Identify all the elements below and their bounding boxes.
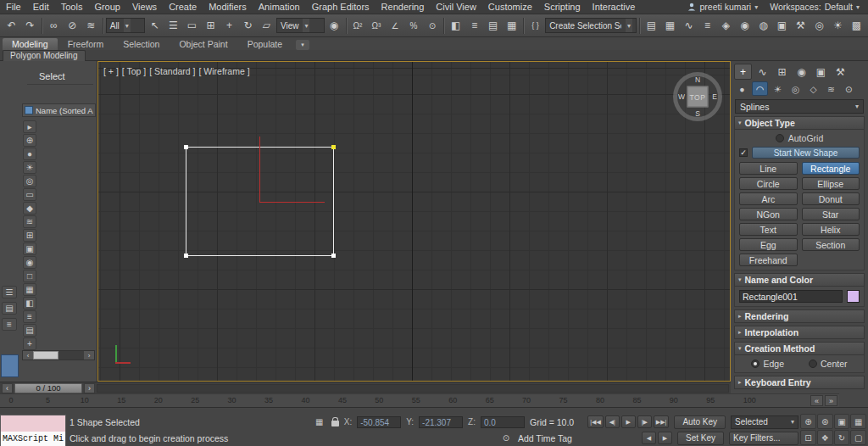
set-key-button[interactable]: Set Key [677,432,724,445]
ribbon-tab[interactable]: Modeling [3,38,58,50]
ribbon-tab[interactable]: Selection [114,38,169,50]
shape-type-button[interactable]: Rectangle [802,162,860,175]
rectangular-selection-region[interactable]: ▭ [183,17,201,35]
bind-to-space-warp[interactable]: ≋ [82,17,100,35]
auto-key-button[interactable]: Auto Key [674,415,726,429]
rollout-header[interactable]: ▾ Creation Method [734,342,865,355]
mirror[interactable]: ◧ [447,17,465,35]
viewport-menu-renderer[interactable]: [ Standard ] [149,66,195,76]
viewcube-top-face[interactable]: TOP [687,86,709,108]
menu-item[interactable]: Graph Editors [306,0,376,14]
workspaces-dropdown[interactable]: Workspaces: Default ▾ [765,0,865,14]
orbit[interactable]: ↻ [834,430,850,445]
y-coordinate-field[interactable]: -21.307 [419,416,463,428]
z-coordinate-field[interactable]: 0.0 [481,416,525,428]
filter-helpers[interactable]: ◆ [23,202,36,215]
menu-item[interactable]: Views [126,0,163,14]
filter-space-warps[interactable]: ≋ [23,215,36,228]
snap-toggle-3d[interactable]: Ω³ [367,17,385,35]
shape-type-button[interactable]: Ellipse [802,177,860,190]
zoom-extents[interactable]: ▣ [834,414,850,429]
menu-item[interactable]: Civil View [430,0,481,14]
shape-type-button[interactable]: Egg [739,238,798,251]
create[interactable]: + [734,64,752,80]
filter-xrefs[interactable]: ▣ [23,243,36,255]
go-to-end[interactable]: ▶▶| [654,415,670,428]
name-column-header[interactable]: Name (Sorted A [22,103,96,117]
unlink-selection[interactable]: ⊘ [64,17,81,35]
menu-item[interactable]: Create [163,0,203,14]
shape-type-button[interactable]: Line [739,162,798,175]
lights[interactable]: ☀ [770,81,786,96]
window-crossing[interactable]: ⊞ [202,17,220,35]
render-iterative[interactable]: ⚒ [792,17,810,35]
select-and-link[interactable]: ∞ [45,17,63,35]
pan[interactable]: ❖ [817,430,833,445]
vertex-handle[interactable] [184,145,188,149]
vertex-handle[interactable] [184,254,188,258]
filter-shapes[interactable]: ▭ [23,188,36,201]
modify[interactable]: ∿ [754,64,771,80]
rollout-header[interactable]: ▾ Object Type [734,116,865,130]
filter-groups[interactable]: ⊞ [23,229,36,242]
shape-type-button[interactable]: Arc [739,192,798,205]
ribbon-options-dropdown[interactable]: ▾ [296,40,309,50]
material-editor-menu[interactable]: ≡ [698,17,716,35]
viewcube-north[interactable]: N [695,75,700,84]
render-production[interactable]: ▣ [773,17,791,35]
zoom-extents-all[interactable]: ▦ [850,414,866,429]
menu-item[interactable]: File [0,0,27,14]
display-children[interactable]: ▤ [23,324,36,337]
viewport-top[interactable]: [ + ][ Top ][ Standard ][ Wireframe ] N … [97,61,731,382]
field-of-view[interactable]: ⊡ [800,430,816,445]
menu-item[interactable]: Tools [55,0,89,14]
rollout-header[interactable]: ▸ Interpolation [734,326,865,339]
ribbon-tab[interactable]: Object Paint [170,38,236,50]
viewport-menu-general[interactable]: [ + ] [103,66,119,76]
pick[interactable]: ⊕ [23,134,36,147]
spinner-snap[interactable]: ⊙ [423,17,441,35]
menu-item[interactable]: Customize [482,0,538,14]
isolate-selection-icon[interactable]: ▦ [313,415,326,428]
shape-type-button[interactable]: Freehand [739,254,798,266]
time-slider-handle[interactable]: 0 / 100 [14,383,82,393]
use-pivot-point-center[interactable]: ◉ [326,17,343,35]
maxscript-mini-listener[interactable]: MAXScript Mi [0,415,66,446]
filter-bones[interactable]: ◉ [23,256,36,269]
undo[interactable]: ↶ [3,17,20,35]
align[interactable]: ≡ [465,17,483,35]
scrollbar-track[interactable] [58,351,84,360]
reference-coordinate-dropdown[interactable]: View ▾ [276,18,325,33]
shape-type-button[interactable]: Star [802,208,860,220]
filter-geometry[interactable]: ● [23,148,36,160]
shape-type-button[interactable]: Helix [802,223,860,236]
menu-item[interactable]: Scripting [538,0,587,14]
shape-type-button[interactable]: Donut [802,192,860,205]
go-to-start[interactable]: |◀◀ [587,415,604,428]
explorer-layers[interactable]: ▤ [2,302,17,315]
menu-item[interactable]: Modifiers [203,0,253,14]
render-last[interactable]: ▩ [848,17,865,35]
scrollbar-thumb[interactable] [33,351,58,360]
listener-text[interactable]: MAXScript Mi [1,432,65,446]
filter-lights[interactable]: ☀ [23,161,36,174]
ribbon-tab[interactable]: Populate [238,38,292,50]
maximize-viewport-toggle[interactable]: ▢ [850,430,866,445]
filter-materials[interactable]: ▦ [23,283,36,296]
curve-editor[interactable]: ▦ [661,17,679,35]
render-in-cloud[interactable]: ◎ [810,17,828,35]
menu-item[interactable]: Edit [27,0,55,14]
redo[interactable]: ↷ [21,17,39,35]
schematic-view[interactable]: ∿ [680,17,698,35]
x-coordinate-field[interactable]: -50.854 [357,416,401,428]
explorer-sort[interactable]: ≡ [2,318,17,331]
menu-item[interactable]: Group [88,0,126,14]
viewcube-east[interactable]: E [712,92,717,101]
helpers[interactable]: ◇ [805,81,821,96]
next-frame[interactable]: |▶ [637,415,652,428]
add-time-tag[interactable]: Add Time Tag [518,433,572,443]
render-setup[interactable]: ◉ [736,17,754,35]
track-bar[interactable]: 0510152025303540455055606570758085909510… [0,393,839,407]
user-account-menu[interactable]: preeti kumari ▾ [682,0,763,14]
tab-polygon-modeling[interactable]: Polygon Modeling [3,50,86,61]
